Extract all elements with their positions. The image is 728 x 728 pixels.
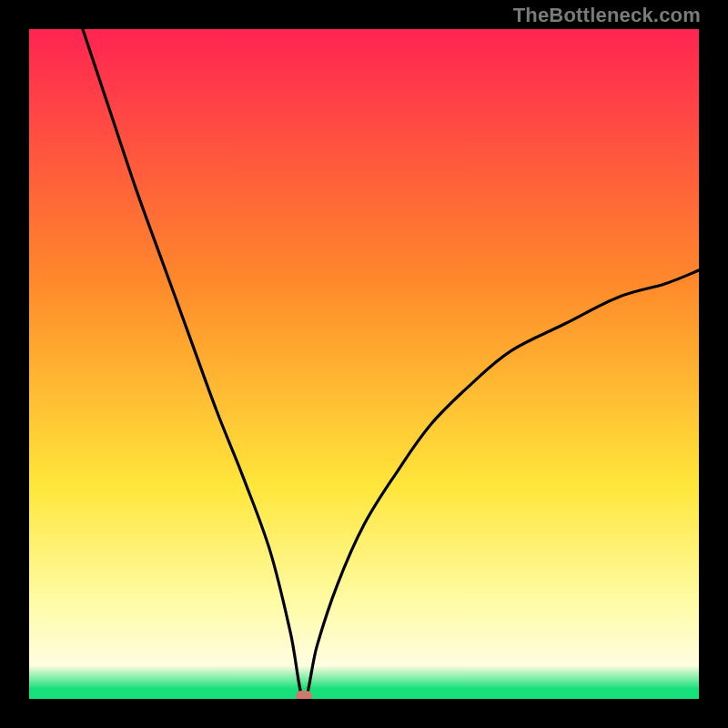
watermark-text: TheBottleneck.com: [513, 5, 701, 25]
background-gradient: [29, 29, 699, 699]
svg-rect-0: [29, 29, 699, 699]
chart-frame: TheBottleneck.com: [0, 0, 728, 728]
plot-area: [29, 29, 699, 699]
